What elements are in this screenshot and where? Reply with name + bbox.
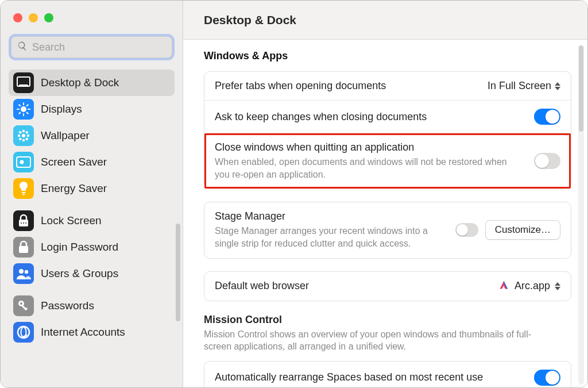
svg-point-32 bbox=[20, 302, 22, 305]
svg-point-13 bbox=[22, 139, 25, 141]
close-windows-toggle[interactable] bbox=[534, 153, 560, 169]
updown-icon bbox=[555, 82, 560, 90]
ask-keep-changes-label: Ask to keep changes when closing documen… bbox=[215, 111, 534, 123]
content: Windows & Apps Prefer tabs when opening … bbox=[183, 40, 587, 387]
sidebar-item-label: Users & Groups bbox=[41, 267, 118, 280]
stage-manager-label: Stage Manager bbox=[215, 210, 455, 222]
main-scrollbar[interactable] bbox=[578, 45, 584, 385]
energy-saver-icon bbox=[13, 178, 34, 199]
sidebar-item-label: Displays bbox=[41, 103, 82, 116]
displays-icon bbox=[13, 99, 34, 120]
panel-mission-control: Automatically rearrange Spaces based on … bbox=[204, 361, 571, 387]
sidebar-item-label: Login Password bbox=[41, 241, 118, 253]
sidebar-item-label: Passwords bbox=[41, 299, 94, 312]
internet-accounts-icon bbox=[13, 322, 34, 343]
sidebar-item-passwords[interactable]: Passwords bbox=[9, 293, 175, 319]
sidebar: Desktop & Dock Displays Wallpaper bbox=[1, 1, 183, 387]
svg-line-8 bbox=[27, 113, 28, 114]
default-browser-label: Default web browser bbox=[215, 280, 497, 292]
svg-line-10 bbox=[27, 105, 28, 106]
svg-rect-1 bbox=[19, 84, 28, 87]
lock-screen-icon bbox=[13, 210, 34, 231]
auto-spaces-label: Automatically rearrange Spaces based on … bbox=[215, 371, 534, 383]
arc-app-icon bbox=[497, 280, 510, 293]
sidebar-item-displays[interactable]: Displays bbox=[9, 96, 175, 122]
scrollbar-thumb[interactable] bbox=[579, 45, 583, 132]
svg-point-30 bbox=[25, 270, 28, 274]
sidebar-item-screen-saver[interactable]: Screen Saver bbox=[9, 149, 175, 175]
row-stage-manager: Stage Manager Stage Manager arranges you… bbox=[204, 202, 571, 258]
close-windows-label: Close windows when quitting an applicati… bbox=[215, 141, 534, 153]
mission-control-title: Mission Control bbox=[204, 314, 571, 326]
login-password-icon bbox=[13, 237, 34, 258]
svg-rect-22 bbox=[22, 192, 25, 193]
main-pane: Desktop & Dock Windows & Apps Prefer tab… bbox=[183, 1, 587, 387]
search-input[interactable] bbox=[28, 41, 166, 53]
ask-keep-changes-toggle[interactable] bbox=[534, 109, 560, 125]
sidebar-item-label: Desktop & Dock bbox=[41, 76, 119, 89]
svg-point-14 bbox=[18, 135, 20, 137]
prefer-tabs-value: In Full Screen bbox=[488, 80, 551, 92]
sidebar-item-internet-accounts[interactable]: Internet Accounts bbox=[9, 319, 175, 345]
minimize-window-button[interactable] bbox=[29, 13, 38, 22]
sidebar-item-lock-screen[interactable]: Lock Screen bbox=[9, 208, 175, 234]
updown-icon bbox=[555, 282, 560, 290]
auto-spaces-toggle[interactable] bbox=[534, 370, 560, 386]
svg-point-15 bbox=[27, 135, 29, 137]
maximize-window-button[interactable] bbox=[44, 13, 53, 22]
default-browser-value: Arc.app bbox=[514, 280, 550, 292]
stage-manager-sub: Stage Manager arranges your recent windo… bbox=[215, 225, 444, 249]
svg-point-26 bbox=[23, 222, 24, 224]
sidebar-item-label: Internet Accounts bbox=[41, 326, 125, 339]
passwords-icon bbox=[13, 295, 34, 316]
svg-point-16 bbox=[19, 131, 21, 133]
section-mission-control: Mission Control Mission Control shows an… bbox=[204, 314, 571, 353]
default-browser-select[interactable]: Arc.app bbox=[497, 280, 560, 293]
sidebar-item-energy-saver[interactable]: Energy Saver bbox=[9, 175, 175, 202]
sidebar-item-login-password[interactable]: Login Password bbox=[9, 234, 175, 260]
svg-point-27 bbox=[25, 222, 26, 224]
svg-point-21 bbox=[20, 160, 24, 164]
page-title: Desktop & Dock bbox=[204, 13, 296, 27]
sidebar-list: Desktop & Dock Displays Wallpaper bbox=[1, 66, 183, 351]
sidebar-item-label: Energy Saver bbox=[41, 182, 107, 195]
row-ask-keep-changes: Ask to keep changes when closing documen… bbox=[204, 100, 571, 133]
panel-stage-manager: Stage Manager Stage Manager arranges you… bbox=[204, 202, 571, 258]
row-auto-spaces: Automatically rearrange Spaces based on … bbox=[204, 362, 571, 387]
screen-saver-icon bbox=[13, 152, 34, 172]
close-window-button[interactable] bbox=[13, 13, 22, 22]
svg-point-12 bbox=[22, 130, 25, 132]
sidebar-item-desktop-dock[interactable]: Desktop & Dock bbox=[9, 70, 175, 96]
svg-point-2 bbox=[21, 106, 26, 112]
sidebar-item-users-groups[interactable]: Users & Groups bbox=[9, 260, 175, 287]
svg-point-18 bbox=[19, 138, 21, 140]
panel-default-browser: Default web browser Arc.app bbox=[204, 271, 571, 301]
row-close-windows: Close windows when quitting an applicati… bbox=[204, 133, 571, 189]
users-groups-icon bbox=[13, 263, 34, 284]
section-title-windows-apps: Windows & Apps bbox=[204, 50, 571, 62]
desktop-dock-icon bbox=[13, 72, 34, 93]
svg-line-7 bbox=[19, 105, 20, 106]
svg-point-25 bbox=[21, 222, 22, 224]
svg-rect-23 bbox=[22, 194, 25, 195]
svg-line-9 bbox=[19, 113, 20, 114]
stage-manager-toggle[interactable] bbox=[455, 223, 478, 237]
sidebar-scrollbar[interactable] bbox=[176, 224, 180, 321]
svg-point-11 bbox=[22, 134, 25, 137]
sidebar-item-wallpaper[interactable]: Wallpaper bbox=[9, 122, 175, 149]
svg-rect-28 bbox=[19, 246, 28, 253]
search-field[interactable] bbox=[11, 36, 172, 58]
stage-manager-customize-button[interactable]: Customize… bbox=[485, 220, 560, 240]
search-icon bbox=[17, 41, 28, 53]
panel-windows-apps: Prefer tabs when opening documents In Fu… bbox=[204, 71, 571, 189]
sidebar-item-label: Screen Saver bbox=[41, 156, 107, 168]
titlebar: Desktop & Dock bbox=[183, 1, 587, 40]
mission-control-desc: Mission Control shows an overview of you… bbox=[204, 328, 554, 353]
row-default-browser: Default web browser Arc.app bbox=[204, 272, 571, 301]
close-windows-sub: When enabled, open documents and windows… bbox=[215, 156, 513, 180]
svg-point-29 bbox=[19, 269, 24, 274]
prefer-tabs-select[interactable]: In Full Screen bbox=[488, 80, 560, 92]
svg-point-19 bbox=[26, 138, 28, 140]
prefer-tabs-label: Prefer tabs when opening documents bbox=[215, 80, 488, 92]
row-prefer-tabs: Prefer tabs when opening documents In Fu… bbox=[204, 72, 571, 100]
